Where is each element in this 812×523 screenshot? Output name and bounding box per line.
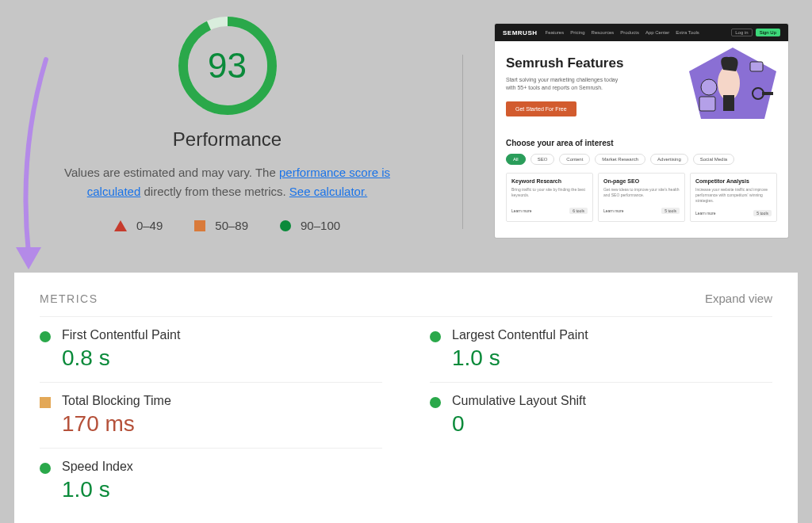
thumb-body: Semrush Features Start solving your mark…	[495, 41, 788, 236]
calc-link-2[interactable]: See calculator.	[289, 185, 367, 198]
thumb-subtitle: Start solving your marketing challenges …	[506, 76, 625, 92]
thumb-card: On-page SEO Get new ideas to improve you…	[598, 173, 685, 222]
status-good-icon	[430, 397, 441, 408]
legend-avg: 50–89	[194, 219, 248, 232]
score-legend: 0–49 50–89 90–100	[114, 219, 340, 232]
top-section: 93 Performance Values are estimated and …	[0, 0, 812, 269]
thumb-illustration	[685, 48, 780, 127]
svg-point-5	[701, 79, 717, 95]
thumb-cta: Get Started For Free	[506, 101, 576, 116]
performance-gauge: 93	[176, 14, 279, 117]
status-good-icon	[40, 331, 51, 342]
thumb-header: SEMRUSH Features Pricing Resources Produ…	[495, 24, 788, 41]
svg-rect-6	[750, 62, 763, 71]
thumb-card: Keyword Research Bring traffic to your s…	[506, 173, 593, 222]
thumb-pills: All SEO Content Market Research Advertis…	[506, 154, 777, 165]
triangle-icon	[114, 220, 127, 231]
thumb-auth: Log in Sign Up	[731, 29, 780, 36]
performance-score: 93	[176, 14, 279, 117]
metrics-header: METRICS Expand view	[40, 292, 772, 317]
page-thumbnail: SEMRUSH Features Pricing Resources Produ…	[495, 24, 788, 238]
square-icon	[194, 220, 205, 231]
performance-title: Performance	[173, 128, 282, 151]
thumb-logo: SEMRUSH	[503, 29, 538, 36]
svg-rect-7	[699, 97, 715, 111]
legend-good: 90–100	[280, 219, 340, 232]
thumbnail-panel: SEMRUSH Features Pricing Resources Produ…	[495, 14, 788, 269]
metric-cls[interactable]: Cumulative Layout Shift 0	[430, 383, 772, 449]
status-good-icon	[430, 331, 441, 342]
metric-tbt[interactable]: Total Blocking Time 170 ms	[40, 383, 382, 449]
thumb-interest-title: Choose your area of interest	[506, 139, 777, 147]
metrics-title: METRICS	[40, 292, 98, 305]
performance-description: Values are estimated and may vary. The p…	[57, 163, 398, 201]
status-good-icon	[40, 463, 51, 474]
metric-si[interactable]: Speed Index 1.0 s	[40, 449, 382, 513]
performance-panel: 93 Performance Values are estimated and …	[24, 14, 431, 269]
expand-view-button[interactable]: Expand view	[705, 292, 772, 305]
thumb-cards: Keyword Research Bring traffic to your s…	[506, 173, 777, 222]
metrics-panel: METRICS Expand view First Contentful Pai…	[14, 273, 798, 523]
svg-rect-4	[723, 95, 734, 111]
metrics-grid: First Contentful Paint 0.8 s Largest Con…	[40, 317, 772, 513]
svg-rect-9	[762, 92, 773, 95]
vertical-divider	[462, 55, 463, 229]
thumb-nav: Features Pricing Resources Products App …	[546, 30, 699, 35]
metric-lcp[interactable]: Largest Contentful Paint 1.0 s	[430, 317, 772, 383]
legend-poor: 0–49	[114, 219, 163, 232]
circle-icon	[280, 220, 291, 231]
thumb-card: Competitor Analysis Increase your websit…	[690, 173, 777, 222]
metric-fcp[interactable]: First Contentful Paint 0.8 s	[40, 317, 382, 383]
status-avg-icon	[40, 397, 51, 408]
